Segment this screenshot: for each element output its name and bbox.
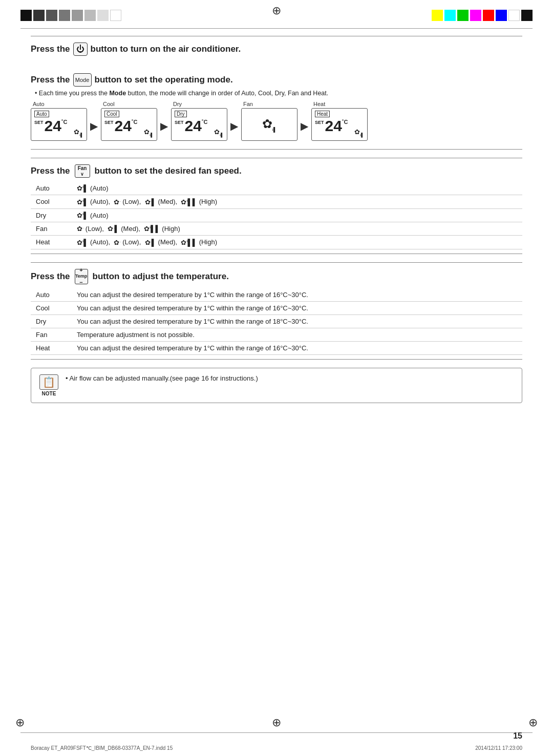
bottom-line (20, 732, 533, 733)
temp-row-heat: Heat You can adjust the desired temperat… (31, 341, 522, 354)
fan-mode-auto: Auto (31, 182, 72, 195)
color-magenta (470, 10, 481, 21)
mode-button-icon: Mode (73, 73, 92, 87)
power-button-icon: ⏻ (73, 43, 88, 56)
fan-speed-suffix: button to set the desired fan speed. (95, 166, 242, 176)
top-line (20, 28, 533, 29)
note-box: 📋 NOTE • Air flow can be adjusted manual… (31, 368, 522, 403)
press-the-label-2: Press the (31, 75, 70, 85)
bar-5 (72, 10, 83, 21)
footer-file: Boracay ET_AR09FSFT℃_IBIM_DB68-03377A_EN… (31, 745, 173, 751)
note-icon: 📋 (39, 374, 58, 390)
temp-row-cool: Cool You can adjust the desired temperat… (31, 301, 522, 314)
color-black (521, 10, 533, 21)
temp-btn-plus: + (79, 267, 82, 274)
press-the-label-1: Press the (31, 44, 70, 54)
cool-fan-icon: ✿ı▌ (144, 128, 154, 137)
arrow-1: ▶ (90, 120, 98, 132)
temp-suffix: button to adjust the temperature. (93, 271, 229, 282)
mode-bullet-note: • Each time you press the Mode button, t… (35, 90, 522, 97)
footer-date: 2014/12/11 17:23:00 (475, 745, 522, 751)
screen-cool: Cool Cool SET 24 ˚C ✿ı▌ (101, 101, 157, 141)
fan-desc-auto: ✿ı▌ (Auto) (72, 182, 522, 195)
temp-mode-auto: Auto (31, 288, 72, 302)
screen-fan: Fan ✿ı▌ (241, 101, 297, 141)
screen-heat: Heat Heat SET 24 ˚C ✿ı▌ (311, 101, 368, 141)
screen-auto: Auto Auto SET 24 ˚C ✿ı▌ (31, 101, 87, 141)
temp-row-fan: Fan Temperature adjustment is not possib… (31, 328, 522, 341)
fan-speed-table: Auto ✿ı▌ (Auto) Cool ✿ı▌ (Auto), ✿. (Low… (31, 182, 522, 249)
heat-mode-label: Heat (315, 111, 330, 117)
bar-8 (110, 10, 121, 21)
fan-desc-fan: ✿. (Low), ✿.▌ (Med), ✿ı▌▌ (High) (72, 222, 522, 235)
temp-desc-cool: You can adjust the desired temperature b… (72, 301, 522, 314)
temp-btn-minus: − (79, 279, 82, 286)
bar-4 (59, 10, 70, 21)
dry-fan-icon: ✿ı▌ (214, 128, 224, 137)
screen-label-heat: Heat (313, 101, 325, 107)
page-content: Press the ⏻ button to turn on the air co… (31, 36, 522, 725)
bar-2 (33, 10, 45, 21)
mode-suffix: button to set the operating mode. (95, 75, 233, 85)
screen-label-auto: Auto (33, 101, 45, 107)
bar-1 (20, 10, 32, 21)
color-green (457, 10, 469, 21)
arrow-3: ▶ (230, 120, 238, 132)
temp-desc-fan: Temperature adjustment is not possible. (72, 328, 522, 341)
temp-mode-heat: Heat (31, 341, 72, 354)
turn-on-suffix: button to turn on the air conditioner. (91, 44, 241, 54)
screen-box-dry: Dry SET 24 ˚C ✿ı▌ (171, 108, 227, 141)
bar-3 (46, 10, 57, 21)
section-turn-on: Press the ⏻ button to turn on the air co… (31, 36, 522, 61)
print-marks-area: ⊕ (0, 0, 553, 31)
fan-mode-dry: Dry (31, 208, 72, 222)
color-blue (496, 10, 507, 21)
auto-fan-icon: ✿ı▌ (74, 128, 83, 137)
note-icon-box: 📋 NOTE (39, 374, 58, 396)
fan-row-dry: Dry ✿ı▌ (Auto) (31, 208, 522, 222)
color-red (483, 10, 494, 21)
bar-6 (84, 10, 96, 21)
compass-mark-right: ⊕ (528, 716, 538, 729)
fan-row-auto: Auto ✿ı▌ (Auto) (31, 182, 522, 195)
temp-table: Auto You can adjust the desired temperat… (31, 288, 522, 355)
note-label: NOTE (42, 391, 56, 396)
screen-dry: Dry Dry SET 24 ˚C ✿ı▌ (171, 101, 227, 141)
temp-mode-dry: Dry (31, 314, 72, 328)
color-yellow (432, 10, 443, 21)
temp-row-auto: Auto You can adjust the desired temperat… (31, 288, 522, 302)
turn-on-heading: Press the ⏻ button to turn on the air co… (31, 43, 522, 56)
note-text: • Air flow can be adjusted manually.(see… (66, 374, 258, 382)
fan-row-cool: Cool ✿ı▌ (Auto), ✿. (Low), ✿.▌ (Med), ✿ı… (31, 195, 522, 208)
temp-mode-fan: Fan (31, 328, 72, 341)
color-white (508, 10, 520, 21)
arrow-2: ▶ (160, 120, 168, 132)
temp-heading: Press the + Temp − button to adjust the … (31, 269, 522, 284)
screen-box-heat: Heat SET 24 ˚C ✿ı▌ (311, 108, 368, 141)
arrow-4: ▶ (301, 120, 308, 132)
screen-label-dry: Dry (173, 101, 182, 107)
temp-row-dry: Dry You can adjust the desired temperatu… (31, 314, 522, 328)
fan-desc-heat: ✿ı▌ (Auto), ✿. (Low), ✿.▌ (Med), ✿ı▌▌ (H… (72, 236, 522, 249)
fan-mode-cool: Cool (31, 195, 72, 208)
fan-mode-heat: Heat (31, 236, 72, 249)
mode-bold: Mode (109, 90, 126, 97)
fan-only-icon: ✿ı▌ (262, 117, 277, 132)
fan-speed-heading: Press the Fan ∨ button to set the desire… (31, 164, 522, 178)
mode-screens-row: Auto Auto SET 24 ˚C ✿ı▌ ▶ Cool Cool (31, 101, 522, 141)
compass-mark: ⊕ (272, 4, 281, 17)
section-mode: Press the Mode button to set the operati… (31, 69, 522, 150)
temp-desc-heat: You can adjust the desired temperature b… (72, 341, 522, 354)
fan-row-heat: Heat ✿ı▌ (Auto), ✿. (Low), ✿.▌ (Med), ✿ı… (31, 236, 522, 249)
screen-label-fan: Fan (243, 101, 253, 107)
section-temperature: Press the + Temp − button to adjust the … (31, 262, 522, 360)
fan-button-icon: Fan ∨ (75, 164, 90, 178)
bar-7 (97, 10, 109, 21)
screen-label-cool: Cool (103, 101, 115, 107)
press-the-label-4: Press the (31, 271, 70, 282)
right-color-bars (432, 10, 533, 21)
left-color-bars (20, 10, 121, 21)
screen-box-fan: ✿ı▌ (241, 108, 297, 141)
screen-box-auto: Auto SET 24 ˚C ✿ı▌ (31, 108, 87, 141)
press-the-label-3: Press the (31, 166, 70, 176)
